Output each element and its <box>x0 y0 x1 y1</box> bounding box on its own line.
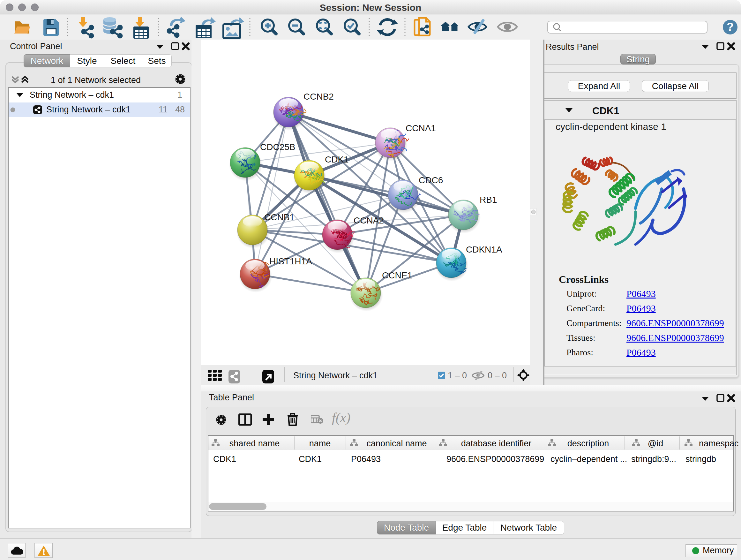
svg-text:CDK1: CDK1 <box>325 154 349 165</box>
svg-text:CCNB1: CCNB1 <box>264 212 294 222</box>
svg-text:CCNB2: CCNB2 <box>304 91 334 102</box>
svg-text:?: ? <box>727 20 734 34</box>
svg-text:CCNA2: CCNA2 <box>354 215 384 226</box>
svg-text:CDC6: CDC6 <box>419 175 443 185</box>
svg-text:CCNE1: CCNE1 <box>382 270 412 280</box>
svg-text:CDKN1A: CDKN1A <box>466 245 502 254</box>
svg-text:HIST1H1A: HIST1H1A <box>269 256 312 266</box>
svg-text:CDC25B: CDC25B <box>260 142 295 152</box>
svg-text:CCNA1: CCNA1 <box>406 123 436 133</box>
svg-text:RB1: RB1 <box>480 195 497 205</box>
